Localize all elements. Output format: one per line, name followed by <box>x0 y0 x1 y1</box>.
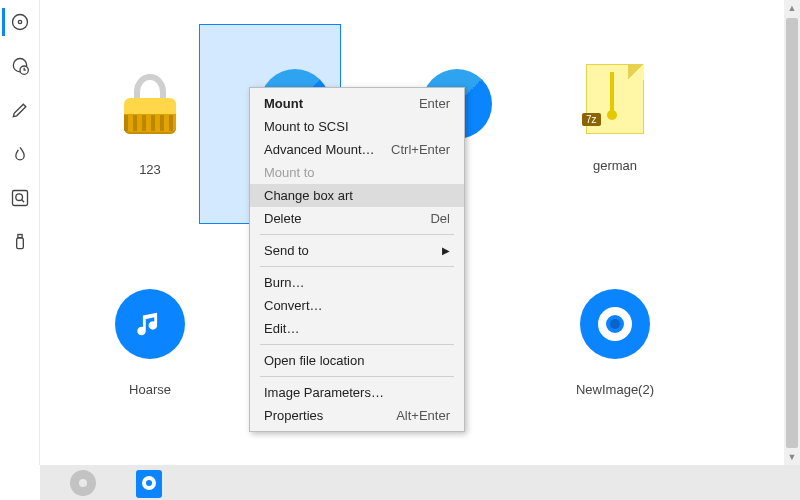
svg-rect-6 <box>16 238 23 249</box>
menu-label: Mount <box>264 92 303 115</box>
menu-shortcut: Ctrl+Enter <box>391 138 450 161</box>
chevron-right-icon: ▶ <box>442 239 450 262</box>
menu-item-properties[interactable]: Properties Alt+Enter <box>250 404 464 427</box>
svg-point-1 <box>18 20 21 23</box>
archive-icon: 7z <box>580 60 650 140</box>
menu-label: Mount to SCSI <box>264 115 349 138</box>
image-item-german[interactable]: 7z german <box>535 56 695 173</box>
menu-label: Image Parameters… <box>264 381 384 404</box>
image-item-hoarse[interactable]: Hoarse <box>70 280 230 397</box>
menu-shortcut: Del <box>430 207 450 230</box>
menu-item-delete[interactable]: Delete Del <box>250 207 464 230</box>
image-item-newimage2[interactable]: NewImage(2) <box>535 280 695 397</box>
menu-shortcut: Enter <box>419 92 450 115</box>
menu-separator <box>260 344 454 345</box>
drive-bar <box>40 465 800 500</box>
pencil-icon <box>10 100 30 120</box>
svg-rect-7 <box>17 235 21 238</box>
menu-item-advanced-mount[interactable]: Advanced Mount… Ctrl+Enter <box>250 138 464 161</box>
menu-label: Advanced Mount… <box>264 138 375 161</box>
menu-separator <box>260 376 454 377</box>
menu-item-mount-to: Mount to <box>250 161 464 184</box>
menu-item-parameters[interactable]: Image Parameters… <box>250 381 464 404</box>
disc-time-icon <box>10 56 30 76</box>
menu-label: Mount to <box>264 161 315 184</box>
mounted-image-slot[interactable] <box>136 470 162 496</box>
sidebar-item-edit[interactable] <box>2 92 38 128</box>
menu-label: Burn… <box>264 271 304 294</box>
usb-icon <box>10 232 30 252</box>
music-icon <box>115 289 185 359</box>
menu-shortcut: Alt+Enter <box>396 404 450 427</box>
toolbar-sidebar <box>0 0 40 465</box>
ring-icon <box>580 289 650 359</box>
svg-point-0 <box>12 15 27 30</box>
menu-item-open-location[interactable]: Open file location <box>250 349 464 372</box>
menu-item-convert[interactable]: Convert… <box>250 294 464 317</box>
menu-item-change-box-art[interactable]: Change box art <box>250 184 464 207</box>
menu-item-send-to[interactable]: Send to ▶ <box>250 239 464 262</box>
sidebar-item-usb[interactable] <box>2 224 38 260</box>
menu-separator <box>260 234 454 235</box>
scroll-down-button[interactable]: ▼ <box>784 449 800 465</box>
catalog-icon <box>10 12 30 32</box>
sidebar-item-scan[interactable] <box>2 180 38 216</box>
svg-rect-4 <box>12 191 27 206</box>
menu-item-mount-scsi[interactable]: Mount to SCSI <box>250 115 464 138</box>
menu-separator <box>260 266 454 267</box>
app-root: { "sidebar": { "items": [ { "name": "cat… <box>0 0 800 500</box>
drive-slot[interactable] <box>70 470 96 496</box>
context-menu: Mount Enter Mount to SCSI Advanced Mount… <box>249 87 465 432</box>
menu-label: Send to <box>264 239 309 262</box>
image-label: NewImage(2) <box>535 382 695 397</box>
menu-item-edit[interactable]: Edit… <box>250 317 464 340</box>
scroll-thumb[interactable] <box>786 18 798 448</box>
menu-item-mount[interactable]: Mount Enter <box>250 92 464 115</box>
menu-label: Edit… <box>264 317 299 340</box>
lock-icon <box>118 72 182 136</box>
image-item-123[interactable]: 123 <box>70 60 230 177</box>
sidebar-item-catalog[interactable] <box>2 4 38 40</box>
search-icon <box>10 188 30 208</box>
menu-label: Properties <box>264 404 323 427</box>
burn-icon <box>10 144 30 164</box>
menu-label: Change box art <box>264 184 353 207</box>
image-label: 123 <box>70 162 230 177</box>
vertical-scrollbar[interactable]: ▲ ▼ <box>784 0 800 465</box>
menu-label: Open file location <box>264 349 364 372</box>
menu-label: Delete <box>264 207 302 230</box>
svg-point-5 <box>15 194 22 201</box>
image-label: Hoarse <box>70 382 230 397</box>
scroll-up-button[interactable]: ▲ <box>784 0 800 16</box>
archive-badge: 7z <box>582 113 601 126</box>
menu-label: Convert… <box>264 294 323 317</box>
menu-item-burn[interactable]: Burn… <box>250 271 464 294</box>
sidebar-item-burn[interactable] <box>2 136 38 172</box>
sidebar-item-recent[interactable] <box>2 48 38 84</box>
image-label: german <box>535 158 695 173</box>
